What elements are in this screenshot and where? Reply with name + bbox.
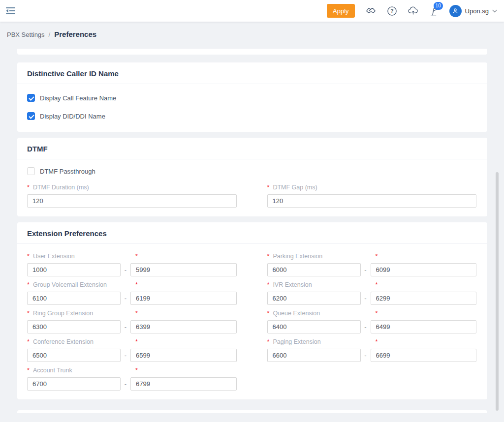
section-title: Extension Preferences — [17, 222, 487, 244]
field-label: Conference Extension — [33, 338, 94, 345]
range-separator: - — [361, 352, 371, 359]
dtmf-gap-input[interactable] — [267, 194, 477, 208]
handshake-icon[interactable] — [365, 5, 377, 16]
dtmf-duration-input[interactable] — [27, 194, 237, 208]
required-asterisk: * — [267, 281, 270, 288]
section-title: DTMF — [17, 138, 487, 159]
required-asterisk: * — [27, 338, 30, 345]
checkbox-icon[interactable] — [27, 94, 35, 102]
checkbox-icon[interactable] — [27, 167, 35, 175]
queue-extension-from-input[interactable] — [267, 320, 361, 333]
conference-extension-from-input[interactable] — [27, 349, 121, 362]
checkbox-label: DTMF Passthrough — [40, 168, 95, 175]
range-separator: - — [121, 323, 130, 331]
field-label: DTMF Duration (ms) — [33, 184, 89, 191]
required-asterisk: * — [27, 310, 30, 317]
parking-extension-from-input[interactable] — [267, 263, 361, 276]
content-area: Distinctive Caller ID Name Display Call … — [17, 49, 487, 413]
apply-button[interactable]: Apply — [327, 4, 355, 18]
field-label: Group Voicemail Extension — [33, 281, 107, 288]
account-trunk-to-input[interactable] — [130, 377, 237, 391]
page-title: Preferences — [54, 30, 96, 38]
paging-extension-to-input[interactable] — [371, 349, 477, 362]
section-extension-preferences: Extension Preferences * User Extension *… — [17, 222, 487, 399]
required-asterisk: * — [27, 367, 30, 374]
user-name[interactable]: Upon.sg — [465, 7, 489, 15]
range-separator: - — [361, 323, 371, 331]
avatar-icon[interactable] — [449, 5, 462, 17]
required-asterisk: * — [267, 310, 270, 317]
help-icon[interactable]: ? — [387, 6, 397, 16]
ivr-extension-to-input[interactable] — [371, 292, 477, 305]
field-label: IVR Extension — [273, 281, 312, 288]
checkbox-icon[interactable] — [27, 112, 35, 120]
section-dtmf: DTMF DTMF Passthrough * DTMF Duration (m… — [17, 138, 487, 216]
account-trunk-from-input[interactable] — [27, 377, 121, 391]
required-asterisk: * — [376, 310, 378, 317]
group-voicemail-extension-to-input[interactable] — [130, 292, 237, 305]
paging-extension-from-input[interactable] — [267, 349, 361, 362]
field-account-trunk: * Account Trunk * - — [27, 367, 237, 391]
required-asterisk: * — [135, 338, 138, 345]
required-asterisk: * — [376, 338, 378, 345]
required-asterisk: * — [27, 253, 30, 260]
notification-flag-icon[interactable]: 10 — [429, 6, 439, 16]
required-asterisk: * — [135, 253, 138, 260]
required-asterisk: * — [267, 253, 270, 260]
ivr-extension-from-input[interactable] — [267, 292, 361, 305]
queue-extension-to-input[interactable] — [371, 320, 477, 333]
collapse-menu-icon[interactable] — [6, 7, 15, 15]
group-voicemail-extension-from-input[interactable] — [27, 292, 121, 305]
required-asterisk: * — [376, 253, 378, 260]
field-label: DTMF Gap (ms) — [273, 184, 317, 191]
scrollbar-thumb[interactable] — [496, 172, 499, 411]
range-separator: - — [121, 352, 130, 359]
range-separator: - — [361, 295, 371, 302]
section-distinctive-caller-id-name: Distinctive Caller ID Name Display Call … — [17, 62, 487, 132]
checkbox-display-did-ddi-name[interactable]: Display DID/DDI Name — [27, 112, 477, 120]
required-asterisk: * — [267, 338, 270, 345]
notification-badge: 10 — [434, 2, 443, 10]
ring-group-extension-to-input[interactable] — [130, 320, 237, 333]
cloud-upload-icon[interactable] — [408, 5, 419, 16]
previous-card-edge — [17, 49, 487, 55]
empty-grid-cell — [267, 367, 477, 391]
section-title: Distinctive Caller ID Name — [17, 62, 487, 84]
field-label: Paging Extension — [273, 338, 320, 345]
field-ivr-extension: * IVR Extension * - — [267, 281, 477, 305]
field-label: Account Trunk — [33, 367, 72, 374]
required-asterisk: * — [135, 310, 138, 317]
ring-group-extension-from-input[interactable] — [27, 320, 121, 333]
user-menu[interactable]: Upon.sg — [449, 5, 497, 17]
next-card-edge — [17, 410, 487, 413]
required-asterisk: * — [135, 367, 138, 374]
required-asterisk: * — [135, 281, 138, 288]
breadcrumb-parent[interactable]: PBX Settings — [7, 31, 45, 38]
field-label: Parking Extension — [273, 253, 322, 260]
field-parking-extension: * Parking Extension * - — [267, 253, 477, 276]
field-group-voicemail-extension: * Group Voicemail Extension * - — [27, 281, 237, 305]
parking-extension-to-input[interactable] — [371, 263, 477, 276]
conference-extension-to-input[interactable] — [130, 349, 237, 362]
checkbox-label: Display DID/DDI Name — [40, 113, 105, 120]
breadcrumb-separator: / — [49, 31, 51, 38]
user-extension-to-input[interactable] — [130, 263, 237, 276]
range-separator: - — [361, 266, 371, 273]
field-paging-extension: * Paging Extension * - — [267, 338, 477, 362]
field-user-extension: * User Extension * - — [27, 253, 237, 276]
checkbox-display-call-feature-name[interactable]: Display Call Feature Name — [27, 94, 477, 102]
svg-text:?: ? — [390, 8, 393, 14]
topbar-actions: Apply ? — [327, 4, 497, 18]
range-separator: - — [121, 266, 130, 273]
user-extension-from-input[interactable] — [27, 263, 121, 276]
chevron-down-icon[interactable] — [492, 9, 497, 13]
breadcrumb: PBX Settings / Preferences — [0, 22, 504, 49]
range-separator: - — [121, 380, 130, 388]
field-conference-extension: * Conference Extension * - — [27, 338, 237, 362]
field-label: User Extension — [33, 253, 75, 260]
required-asterisk: * — [376, 281, 378, 288]
field-label: Ring Group Extension — [33, 310, 93, 317]
checkbox-dtmf-passthrough[interactable]: DTMF Passthrough — [27, 167, 476, 175]
field-queue-extension: * Queue Extension * - — [267, 310, 477, 333]
required-asterisk: * — [27, 184, 30, 191]
